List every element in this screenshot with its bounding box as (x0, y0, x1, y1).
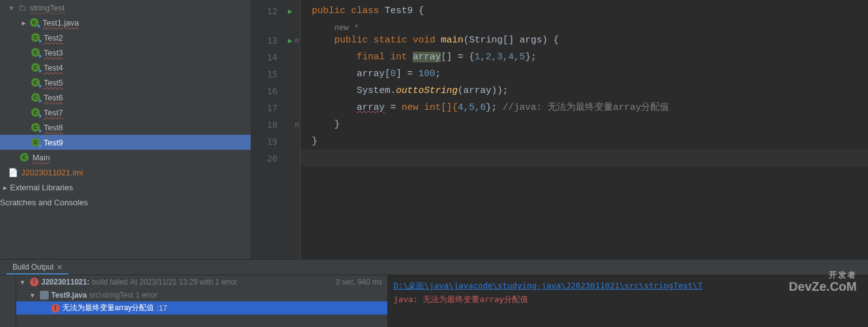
code-line: } (301, 133, 868, 150)
gutter-line[interactable]: 15 (251, 66, 300, 82)
tree-label: Test3 (44, 48, 63, 57)
collapse-icon[interactable]: ▾ (6, 3, 16, 12)
build-file-name: Test9.java (51, 291, 87, 300)
error-icon: ! (30, 278, 39, 286)
tree-label: Test7 (44, 108, 63, 117)
tool-window-tabs: Build Output ✕ (0, 260, 868, 275)
build-project-name: J2023011021: (41, 278, 89, 286)
class-icon: C (30, 93, 41, 102)
project-tree[interactable]: ▾ 🗀 stringTest ▸CTest1.javaCTest2CTest3C… (0, 0, 251, 259)
error-icon: ! (51, 304, 60, 313)
output-path-link[interactable]: D:\桌面\java\javacode\studying-java\J20230… (393, 281, 703, 290)
collapse-icon[interactable]: ▾ (27, 291, 37, 300)
tree-item-test5[interactable]: CTest5 (0, 75, 251, 90)
tab-label: Build Output (12, 263, 54, 271)
run-icon[interactable]: ▶ (288, 7, 292, 16)
tree-label: Test9 (44, 138, 63, 147)
tree-folder-stringtest[interactable]: ▾ 🗀 stringTest (0, 0, 251, 15)
tree-label: Test2 (44, 33, 63, 42)
code-hint: new * (301, 19, 868, 32)
class-icon: C (30, 48, 41, 57)
class-icon: C (30, 63, 41, 72)
tree-item-test4[interactable]: CTest4 (0, 60, 251, 75)
build-output[interactable]: D:\桌面\java\javacode\studying-java\J20230… (387, 275, 868, 327)
build-row-file[interactable]: ▾ Test9.java src\stringTest 1 error (16, 288, 387, 301)
run-icon[interactable]: ▶ (288, 36, 292, 45)
build-body: ▾ ! J2023011021: build failed At 2023/11… (0, 275, 868, 327)
tab-build-output[interactable]: Build Output ✕ (6, 261, 69, 275)
close-icon[interactable]: ✕ (57, 263, 62, 271)
tree-label: Test8 (44, 123, 63, 132)
tree-item-main[interactable]: CMain (0, 150, 251, 165)
tree-item-test2[interactable]: CTest2 (0, 30, 251, 45)
gutter-line[interactable]: 18⊟ (251, 116, 300, 133)
tree-item-test6[interactable]: CTest6 (0, 90, 251, 105)
folder-icon: 🗀 (16, 3, 27, 12)
class-icon: C (30, 108, 41, 117)
class-icon: C (30, 33, 41, 42)
tree-external-libraries[interactable]: ▸ External Libraries (0, 180, 251, 195)
tree-item-test7[interactable]: CTest7 (0, 105, 251, 120)
tree-label: Test5 (44, 78, 63, 87)
code-line: System.outtoString(array)); (301, 82, 868, 99)
build-file-path: src\stringTest 1 error (89, 291, 157, 300)
class-icon: C (29, 18, 40, 27)
code-line: public static void main(String[] args) { (301, 32, 868, 49)
file-icon (40, 291, 49, 300)
gutter-line[interactable]: 14 (251, 49, 300, 66)
tree-label: Scratches and Consoles (0, 198, 88, 207)
tree-item-test3[interactable]: CTest3 (0, 45, 251, 60)
gutter-line[interactable]: 19 (251, 133, 300, 150)
tree-item-test8[interactable]: CTest8 (0, 120, 251, 135)
tree-label: J2023011021.iml (21, 168, 83, 177)
code-line: array = new int[]{4,5,6}; //java: 无法为最终变… (301, 99, 868, 116)
expand-icon[interactable]: ▸ (19, 18, 29, 27)
expand-icon[interactable]: ▸ (0, 183, 10, 192)
tree-label: Test4 (44, 63, 63, 72)
output-error: java: 无法为最终变量array分配值 (393, 295, 528, 304)
tree-label: stringTest (30, 3, 65, 12)
code-line: final int array[] = {1,2,3,4,5}; (301, 49, 868, 66)
build-tree[interactable]: ▾ ! J2023011021: build failed At 2023/11… (16, 275, 387, 327)
class-icon: C (30, 138, 41, 147)
tree-label: Test6 (44, 93, 63, 102)
tree-label: Test1.java (42, 18, 79, 27)
gutter-line (251, 19, 300, 32)
code-line: } (301, 116, 868, 133)
class-icon: C (19, 153, 30, 162)
gutter-line[interactable]: 20 (251, 150, 300, 167)
build-status: build failed (92, 278, 127, 286)
build-duration: 3 sec, 940 ms (335, 278, 387, 286)
class-icon: C (30, 123, 41, 132)
gutter-line[interactable]: 17 (251, 99, 300, 116)
tree-label: External Libraries (10, 183, 73, 192)
iml-icon: 📄 (7, 168, 19, 177)
fold-icon[interactable]: ⊟ (295, 121, 299, 128)
tree-scratches[interactable]: Scratches and Consoles (0, 195, 251, 210)
gutter-line[interactable]: 16 (251, 82, 300, 99)
tree-item-test1java[interactable]: ▸CTest1.java (0, 15, 251, 30)
collapse-icon[interactable]: ▾ (17, 278, 27, 286)
code-line: array[0] = 100; (301, 66, 868, 82)
tree-label: Main (32, 153, 50, 162)
tree-item-test9[interactable]: CTest9 (0, 135, 251, 150)
error-line: :17 (157, 304, 167, 313)
code-line (301, 150, 868, 167)
build-row-error[interactable]: ! 无法为最终变量array分配值 :17 (16, 301, 387, 315)
code-line: public class Test9 { (301, 2, 868, 19)
class-icon: C (30, 78, 41, 87)
build-panel: Build Output ✕ ▾ ! J2023011021: build fa… (0, 259, 868, 327)
code-area[interactable]: public class Test9 { new * public static… (300, 0, 868, 259)
error-message: 无法为最终变量array分配值 (62, 303, 154, 313)
fold-icon[interactable]: ⊟ (295, 37, 299, 44)
gutter-line[interactable]: 13▶⊟ (251, 32, 300, 49)
main-split: ▾ 🗀 stringTest ▸CTest1.javaCTest2CTest3C… (0, 0, 868, 259)
gutter[interactable]: 12▶ 13▶⊟ 14 15 16 17 18⊟ 19 20 (251, 0, 300, 259)
build-toolbar[interactable] (0, 275, 16, 327)
gutter-line[interactable]: 12▶ (251, 2, 300, 19)
editor: 12▶ 13▶⊟ 14 15 16 17 18⊟ 19 20 public cl… (251, 0, 868, 259)
tree-iml-file[interactable]: 📄 J2023011021.iml (0, 165, 251, 180)
build-time-info: At 2023/11/21 13:29 with 1 error (130, 278, 237, 286)
build-row-project[interactable]: ▾ ! J2023011021: build failed At 2023/11… (16, 275, 387, 288)
